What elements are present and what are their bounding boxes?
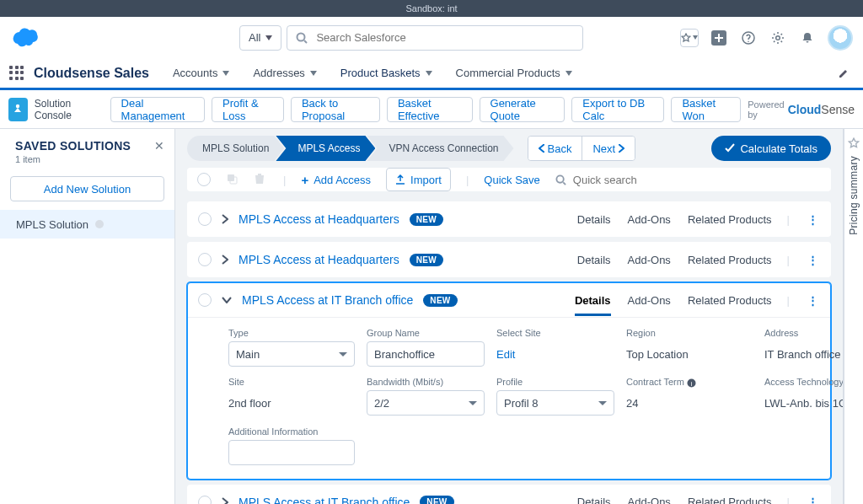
avatar[interactable] [828, 25, 853, 51]
profile-select[interactable]: Profil 8 [496, 390, 614, 416]
search-scope-label: All [249, 31, 260, 44]
new-badge: NEW [423, 294, 457, 307]
gear-icon[interactable] [769, 29, 787, 47]
add-solution-button[interactable]: Add New Solution [10, 176, 164, 201]
add-access-button[interactable]: + Add Access [301, 173, 371, 187]
tab-related[interactable]: Related Products [688, 254, 772, 266]
tab-related[interactable]: Related Products [688, 213, 772, 226]
basket-won-button[interactable]: Basket Won [671, 97, 741, 122]
chevron-right-icon[interactable] [222, 497, 228, 504]
row-title[interactable]: MPLS Access at Headquarters [239, 212, 399, 226]
row-menu-button[interactable]: ⋮ [805, 254, 820, 266]
tab-addons[interactable]: Add-Ons [628, 254, 671, 266]
chevron-right-icon[interactable] [222, 214, 228, 224]
info-icon[interactable]: i [687, 378, 696, 388]
row-menu-button[interactable]: ⋮ [805, 496, 820, 504]
salesforce-cloud-logo[interactable] [10, 27, 42, 49]
group-name-input[interactable]: Branchoffice [367, 341, 485, 367]
site-value: 2nd floor [228, 390, 355, 416]
row-title[interactable]: MPLS Access at IT Branch office [239, 496, 410, 504]
generate-quote-button[interactable]: Generate Quote [480, 97, 566, 122]
bell-icon[interactable] [798, 29, 817, 47]
tab-addons[interactable]: Add-Ons [628, 496, 671, 504]
tab-related[interactable]: Related Products [688, 294, 772, 307]
close-icon[interactable]: ✕ [154, 139, 164, 153]
chevron-down-icon [469, 401, 477, 410]
access-row-expanded: MPLS Access at IT Branch office NEW Deta… [187, 282, 831, 480]
tab-details[interactable]: Details [575, 294, 611, 307]
chevron-right-icon[interactable] [222, 255, 228, 265]
import-button[interactable]: Import [386, 168, 451, 191]
global-search-input[interactable] [314, 30, 574, 45]
row-select-checkbox[interactable] [198, 293, 212, 307]
field-region: Region Top Location [626, 328, 753, 367]
crumb-mpls-solution[interactable]: MPLS Solution [187, 136, 284, 161]
row-menu-button[interactable]: ⋮ [805, 294, 820, 307]
tab-addons[interactable]: Add-Ons [628, 213, 671, 226]
new-badge: NEW [420, 496, 453, 504]
field-address: Address IT Branch office [764, 328, 844, 367]
app-launcher-icon[interactable] [5, 58, 29, 88]
crumb-mpls-access[interactable]: MPLS Access [276, 136, 375, 161]
access-row: MPLS Access at IT Branch office NEW Deta… [187, 485, 831, 504]
help-icon[interactable] [739, 29, 758, 47]
bandwidth-select[interactable]: 2/2 [367, 390, 485, 416]
crumb-vpn-access[interactable]: VPN Access Connection [367, 136, 513, 161]
field-contract-term: Contract Term i 24 [626, 377, 753, 416]
next-button[interactable]: Next [582, 137, 635, 160]
nav-commercial-products[interactable]: Commercial Products [444, 58, 584, 88]
type-select[interactable]: Main [228, 341, 355, 367]
calculate-totals-button[interactable]: Calculate Totals [711, 136, 831, 161]
tab-related[interactable]: Related Products [688, 496, 772, 504]
export-db-calc-button[interactable]: Export to DB Calc [571, 97, 664, 122]
field-site: Site 2nd floor [228, 377, 355, 416]
basket-effective-button[interactable]: Basket Effective [387, 97, 473, 122]
svg-point-5 [776, 35, 780, 40]
edit-nav-icon[interactable] [829, 58, 858, 88]
row-details-panel: Type Main Group Name Branchoffice Select… [188, 317, 830, 479]
svg-point-6 [16, 104, 19, 107]
field-select-site: Select Site Edit [496, 328, 614, 367]
additional-info-input[interactable] [228, 440, 355, 465]
row-title[interactable]: MPLS Access at Headquarters [239, 253, 399, 266]
tab-details[interactable]: Details [577, 213, 611, 226]
row-select-checkbox[interactable] [198, 253, 212, 266]
chevron-down-icon[interactable] [222, 297, 232, 303]
chevron-left-icon [539, 144, 544, 153]
sidebar-item-mpls-solution[interactable]: MPLS Solution [0, 210, 174, 239]
row-title[interactable]: MPLS Access at IT Branch office [242, 293, 413, 307]
deal-management-button[interactable]: Deal Management [110, 97, 205, 122]
select-all-checkbox[interactable] [197, 173, 211, 186]
svg-line-1 [304, 40, 307, 43]
quick-search[interactable] [555, 168, 673, 191]
row-select-checkbox[interactable] [198, 212, 212, 226]
solution-toolbar: Solution Console Deal Management Profit … [0, 90, 863, 129]
tab-addons[interactable]: Add-Ons [628, 294, 671, 307]
quick-search-input[interactable] [571, 173, 673, 187]
add-button[interactable] [710, 29, 728, 47]
field-access-technology: Access Technology LWL-Anb. bis 1G, LH/Ci… [764, 377, 844, 416]
nav-accounts[interactable]: Accounts [161, 58, 241, 88]
back-to-proposal-button[interactable]: Back to Proposal [291, 97, 380, 122]
chevron-down-icon [598, 401, 607, 410]
svg-rect-7 [228, 174, 234, 181]
row-menu-button[interactable]: ⋮ [805, 213, 820, 226]
edit-site-link[interactable]: Edit [496, 348, 515, 361]
nav-addresses[interactable]: Addresses [241, 58, 328, 88]
quick-save-button[interactable]: Quick Save [484, 174, 539, 186]
copy-icon[interactable] [226, 173, 239, 186]
favorites-button[interactable] [680, 29, 699, 47]
star-icon [848, 137, 860, 149]
tab-details[interactable]: Details [577, 496, 611, 504]
saved-solutions-sidebar: SAVED SOLUTIONS ✕ 1 item Add New Solutio… [0, 129, 175, 504]
trash-icon[interactable] [255, 173, 268, 186]
row-select-checkbox[interactable] [198, 496, 212, 504]
global-search[interactable] [287, 25, 583, 51]
search-scope-dropdown[interactable]: All [239, 25, 281, 51]
pricing-summary-rail[interactable]: Pricing summary [844, 129, 863, 504]
nav-product-baskets[interactable]: Product Baskets [329, 58, 444, 88]
tab-details[interactable]: Details [577, 254, 611, 266]
powered-by-badge: Powered by CloudSense [748, 99, 855, 120]
profit-loss-button[interactable]: Profit & Loss [212, 97, 284, 122]
back-button[interactable]: Back [528, 137, 582, 160]
